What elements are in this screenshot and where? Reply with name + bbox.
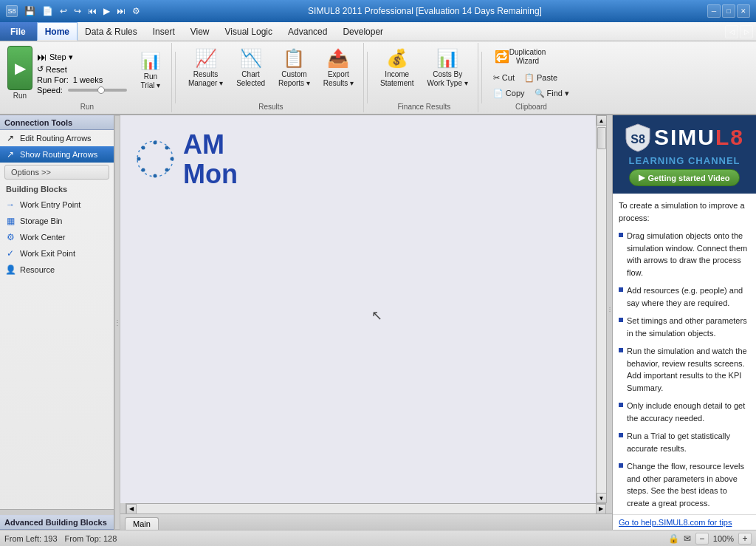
reset-row: ↺ Reset	[37, 64, 130, 74]
run-for-row: Run For: 1 weeks	[37, 75, 130, 84]
help-link[interactable]: Go to help.SIMUL8.com for tips	[613, 514, 756, 530]
right-expand-handle[interactable]: ⋮	[606, 115, 612, 503]
scroll-right-btn[interactable]: ▶	[596, 504, 606, 514]
work-entry-point-item[interactable]: → Work Entry Point	[0, 197, 114, 213]
new-btn[interactable]: 📄	[40, 5, 55, 17]
settings-btn[interactable]: ⚙	[130, 5, 142, 17]
options-button[interactable]: Options >>	[4, 165, 109, 180]
scroll-left-btn[interactable]: ◀	[126, 504, 137, 514]
step-icon: ⏭	[37, 51, 47, 63]
duplication-wizard-btn[interactable]: 🔁 DuplicationWizard	[489, 44, 551, 69]
undo-btn[interactable]: ↩	[58, 5, 69, 17]
tip-3: Set timings and other parameters in the …	[619, 315, 750, 339]
tip-text-7: Change the flow, resource levels and oth…	[627, 460, 750, 509]
am-text: AM	[183, 130, 238, 160]
nav-right-btn[interactable]: ▷	[740, 25, 753, 38]
resize-handle-h[interactable]	[0, 509, 114, 515]
chart-selected-label: ChartSelected	[236, 70, 265, 88]
tip-bullet-3	[619, 318, 623, 322]
clipboard-group-label: Clipboard	[515, 101, 547, 111]
speed-thumb[interactable]	[97, 86, 105, 94]
time-display-area: AM Mon	[135, 130, 238, 188]
cut-btn[interactable]: ✂ Cut	[489, 71, 518, 85]
expand-dots: ⋮	[607, 306, 613, 313]
svg-point-5	[154, 174, 157, 178]
work-exit-point-item[interactable]: ✓ Work Exit Point	[0, 245, 114, 262]
menu-visual-logic[interactable]: Visual Logic	[218, 22, 281, 41]
tip-2: Add resources (e.g. people) and say wher…	[619, 284, 750, 309]
scroll-thumb-v[interactable]	[597, 127, 606, 149]
find-btn[interactable]: 🔍 Find ▾	[531, 86, 574, 100]
scrollbar-h-row: ◀ ▶	[120, 503, 612, 513]
export-results-label: ExportResults ▾	[323, 70, 354, 88]
minimize-btn[interactable]: ─	[707, 4, 721, 18]
status-icon1: 🔒	[668, 533, 679, 544]
advanced-building-blocks-header[interactable]: Advanced Building Blocks	[0, 515, 114, 530]
tip-text-3: Set timings and other parameters in the …	[627, 315, 750, 339]
weeks-value: 1 weeks	[73, 75, 103, 84]
costs-work-type-btn[interactable]: 📊 Costs ByWork Type ▾	[422, 44, 473, 98]
storage-bin-item[interactable]: ▦ Storage Bin	[0, 213, 114, 229]
menu-nav: ◁ ▷	[725, 22, 756, 41]
clock-display	[135, 139, 176, 180]
edit-routing-arrows-item[interactable]: ↗ Edit Routing Arrows	[0, 130, 114, 146]
tips-intro: To create a simulation to improve a proc…	[619, 199, 750, 224]
right-panel: S8 SIMUL8 LEARNING CHANNEL ▶ Getting sta…	[612, 115, 756, 530]
costs-work-type-label: Costs ByWork Type ▾	[427, 70, 468, 88]
scroll-track-v[interactable]	[597, 126, 606, 493]
skip-start-btn[interactable]: ⏮	[86, 5, 99, 17]
menu-file[interactable]: File	[0, 22, 37, 41]
from-left-text: From Left: 193	[4, 534, 58, 543]
copy-btn[interactable]: 📄 Copy	[489, 86, 529, 100]
getting-started-btn[interactable]: ▶ Getting started Video	[629, 169, 739, 186]
zoom-in-btn[interactable]: +	[738, 533, 752, 545]
show-routing-arrows-item[interactable]: ↗ Show Routing Arrows	[0, 146, 114, 163]
menu-bar: File Home Data & Rules Insert View Visua…	[0, 22, 756, 41]
work-center-item[interactable]: ⚙ Work Center	[0, 229, 114, 245]
menu-home[interactable]: Home	[37, 22, 78, 41]
restore-btn[interactable]: □	[722, 4, 735, 18]
zoom-out-btn[interactable]: −	[695, 533, 709, 545]
menu-data-rules[interactable]: Data & Rules	[78, 22, 145, 41]
tip-bullet-7	[619, 463, 623, 468]
main-tab[interactable]: Main	[125, 517, 159, 530]
custom-reports-btn[interactable]: 📋 CustomReports ▾	[273, 44, 315, 98]
menu-developer[interactable]: Developer	[335, 22, 391, 41]
play-btn[interactable]: ▶	[101, 5, 112, 17]
skip-end-btn[interactable]: ⏭	[114, 5, 128, 17]
chart-selected-btn[interactable]: 📉 ChartSelected	[231, 44, 270, 98]
resource-item[interactable]: 👤 Resource	[0, 262, 114, 278]
menu-view[interactable]: View	[183, 22, 218, 41]
resize-handle-v[interactable]: ⋮	[114, 115, 120, 530]
scroll-up-btn[interactable]: ▲	[597, 115, 607, 126]
nav-left-btn[interactable]: ◁	[725, 25, 738, 38]
income-statement-btn[interactable]: 💰 IncomeStatement	[375, 44, 419, 98]
run-button[interactable]: ▶	[7, 46, 32, 90]
custom-reports-label: CustomReports ▾	[278, 70, 310, 88]
status-icon2: ✉	[684, 533, 691, 544]
canvas-row: AM Mon ↖ ▲ ▼ ⋮	[120, 115, 612, 503]
close-btn[interactable]: ✕	[737, 4, 750, 18]
mon-text: Mon	[183, 160, 238, 189]
speed-text: Speed:	[37, 86, 63, 95]
menu-insert[interactable]: Insert	[145, 22, 183, 41]
paste-btn[interactable]: 📋 Paste	[520, 71, 561, 85]
resource-label: Resource	[20, 265, 55, 274]
scroll-down-btn[interactable]: ▼	[597, 493, 607, 503]
connection-tools-header[interactable]: Connection Tools	[0, 115, 114, 130]
title-bar-left: S8 💾 📄 ↩ ↪ ⏮ ▶ ⏭ ⚙	[6, 5, 142, 17]
scroll-track-h[interactable]	[137, 504, 596, 514]
work-entry-label: Work Entry Point	[20, 200, 80, 209]
results-group-label: Results	[258, 101, 283, 111]
menu-advanced[interactable]: Advanced	[281, 22, 335, 41]
zoom-level: 100%	[713, 534, 734, 543]
income-statement-icon: 💰	[386, 48, 408, 69]
main-canvas[interactable]: AM Mon ↖	[120, 115, 596, 503]
run-trial-btn[interactable]: 📊 RunTrial ▾	[134, 48, 167, 98]
results-manager-btn[interactable]: 📈 ResultsManager ▾	[183, 44, 228, 98]
run-label: Run	[13, 92, 27, 100]
export-results-btn[interactable]: 📤 ExportResults ▾	[318, 44, 359, 98]
save-btn[interactable]: 💾	[22, 5, 38, 17]
tip-4: Run the simulation and watch the behavio…	[619, 345, 750, 394]
redo-btn[interactable]: ↪	[72, 5, 83, 17]
